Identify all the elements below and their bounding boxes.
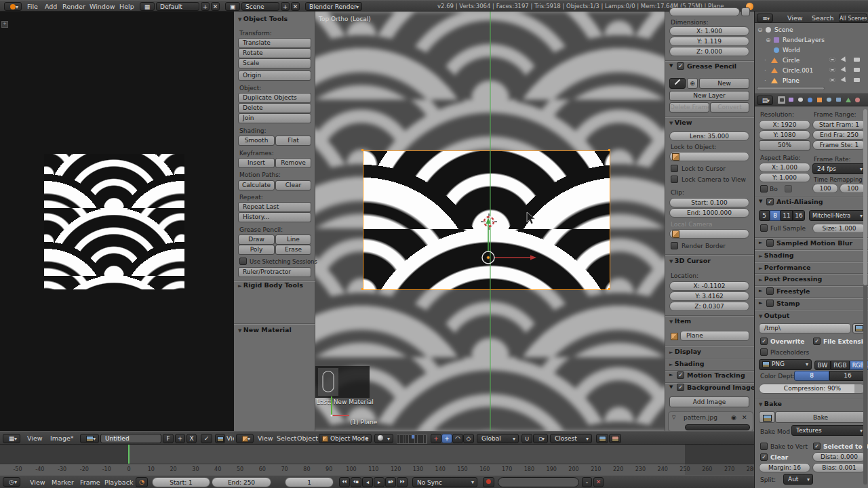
outliner-editor-icon[interactable]: ≡ <box>757 14 773 22</box>
mode-select[interactable]: Object Mode <box>319 434 372 443</box>
frame-end-field[interactable]: End: 250 <box>212 477 271 487</box>
remap-new-field[interactable]: 100 <box>840 184 866 193</box>
outliner-row-renderlayers[interactable]: ⊕ RenderLayers <box>755 35 868 45</box>
aa-title[interactable]: Anti-Aliasing <box>776 198 823 205</box>
keying-set-field[interactable] <box>498 477 579 487</box>
properties-vscrollbar[interactable] <box>863 109 867 485</box>
pin-button[interactable]: ✓ <box>201 434 212 443</box>
post-processing-section[interactable]: Post Processing <box>759 275 822 283</box>
renderability-camera-icon[interactable] <box>854 58 860 62</box>
depth-8-button[interactable]: 8 <box>794 371 829 381</box>
image-menu-image[interactable]: Image* <box>50 432 74 444</box>
motion-blur-checkbox[interactable] <box>766 239 774 247</box>
visibility-eye-icon[interactable] <box>829 58 835 62</box>
placeholders-checkbox[interactable] <box>760 348 768 356</box>
tab-scene[interactable] <box>796 96 805 104</box>
manipulator-translate-button[interactable]: + <box>441 434 452 443</box>
viewport-editor-icon[interactable] <box>236 434 254 443</box>
menu-file[interactable]: File <box>27 1 38 12</box>
bake-section-title[interactable]: Bake <box>759 400 782 407</box>
viewport-menu-view[interactable]: View <box>258 432 273 444</box>
play-reverse-button[interactable]: ◂ <box>362 477 373 487</box>
overwrite-checkbox[interactable]: ✓ <box>760 338 768 345</box>
outliner-menu-search[interactable]: Search <box>812 12 834 24</box>
aa-size-field[interactable]: Size: 1.000 <box>812 224 866 233</box>
distance-field[interactable]: Dista: 0.000 <box>812 452 866 462</box>
full-sample-checkbox[interactable] <box>760 224 768 232</box>
bias-field[interactable]: Bias: 0.001 <box>812 463 866 472</box>
prev-keyframe-button[interactable]: ⏴▪ <box>351 477 361 487</box>
playhead[interactable] <box>128 445 130 464</box>
snap-element-select[interactable]: ▫ <box>533 434 548 443</box>
outliner-menu-view[interactable]: View <box>787 12 803 24</box>
menu-add[interactable]: Add <box>45 1 57 12</box>
snap-toggle-button[interactable]: ∪ <box>521 434 532 443</box>
manipulator-rotate-button[interactable]: ◠ <box>452 434 463 443</box>
visibility-eye-icon[interactable] <box>829 78 835 82</box>
viewport-menu-select[interactable]: Select <box>277 432 296 444</box>
depth-16-button[interactable]: 16 <box>829 371 866 381</box>
output-path-field[interactable]: /tmp\ <box>759 323 851 333</box>
outliner-hscrollbar[interactable] <box>757 87 825 90</box>
frame-step-field[interactable]: Frame Ste: 1 <box>812 140 866 150</box>
fps-select[interactable]: 24 fps <box>812 163 866 174</box>
timeline-editor-icon[interactable]: ◷ <box>3 477 20 487</box>
outliner-row-world[interactable]: World <box>755 45 868 55</box>
frame-end-field[interactable]: End Fra: 250 <box>812 130 866 140</box>
layers-widget[interactable] <box>397 434 427 444</box>
channels-rgb-button[interactable]: RGB <box>831 361 850 370</box>
image-editor-canvas[interactable]: + <box>0 12 235 431</box>
motion-blur-arrow[interactable]: ► <box>759 240 762 245</box>
clipped-image-icon[interactable] <box>215 434 225 443</box>
visibility-eye-icon[interactable] <box>829 68 835 72</box>
sync-select[interactable]: No Sync <box>412 477 477 487</box>
channels-bw-button[interactable]: BW <box>814 361 831 370</box>
manipulator-scale-button[interactable]: ◇ <box>463 434 474 443</box>
res-x-field[interactable]: X: 1920 <box>759 120 810 129</box>
record-button[interactable] <box>483 477 494 487</box>
fake-user-button[interactable]: F <box>163 434 174 443</box>
outliner-row-circle[interactable]: · Circle <box>755 56 868 65</box>
aspect-y-field[interactable]: Y: 1.000 <box>759 173 810 182</box>
sel-to-active-checkbox[interactable]: ✓ <box>813 443 821 450</box>
keying-remove-button[interactable]: ✕ <box>593 477 604 487</box>
next-keyframe-button[interactable]: ▪⏵ <box>385 477 396 487</box>
scene-icon[interactable]: ▣ <box>225 2 240 11</box>
shading-section[interactable]: Shading <box>759 251 793 259</box>
timeline-track[interactable] <box>0 445 754 464</box>
add-scene-button[interactable]: + <box>281 2 290 11</box>
crop-checkbox[interactable] <box>785 185 792 192</box>
snap-target-select[interactable]: Closest <box>550 434 592 443</box>
tab-render-layers[interactable] <box>787 96 795 104</box>
aa-samples-16[interactable]: 16 <box>793 210 805 221</box>
timeline-menu-playback[interactable]: Playback <box>104 476 133 488</box>
tab-world[interactable] <box>806 96 814 104</box>
menu-window[interactable]: Window <box>90 1 115 12</box>
timeline-menu-marker[interactable]: Marker <box>52 476 74 488</box>
aa-samples-8[interactable]: 8 <box>770 210 781 221</box>
image-menu-view[interactable]: View <box>27 432 43 444</box>
aa-checkbox[interactable]: ✓ <box>766 198 774 205</box>
tab-render[interactable] <box>777 96 786 104</box>
viewport-menu-object[interactable]: Object <box>297 432 318 444</box>
outliner-row-scene[interactable]: ⊖ Scene <box>755 25 868 35</box>
blender-menu-icon[interactable] <box>4 2 22 11</box>
scene-field[interactable]: Scene <box>241 2 279 11</box>
format-select[interactable]: PNG <box>759 359 812 370</box>
manipulator-toggle-button[interactable]: + <box>431 434 441 443</box>
new-image-button[interactable]: + <box>175 434 185 443</box>
delete-scene-button[interactable]: ✕ <box>291 2 300 11</box>
selectability-cursor-icon[interactable] <box>841 77 848 83</box>
compression-slider[interactable]: Compression: 90% <box>759 384 866 394</box>
freestyle-title[interactable]: Freestyle <box>776 287 810 295</box>
jump-to-end-button[interactable]: ⏵⏵ <box>397 477 408 487</box>
freestyle-arrow[interactable]: ► <box>759 288 762 293</box>
remap-old-field[interactable]: 100 <box>812 184 838 193</box>
keying-add-button[interactable]: ⌄ <box>582 477 592 487</box>
timeline-menu-view[interactable]: View <box>30 476 45 488</box>
menu-help[interactable]: Help <box>119 1 134 12</box>
image-name-field[interactable]: Untitled <box>100 434 161 443</box>
renderability-camera-icon[interactable] <box>854 68 860 72</box>
jump-to-start-button[interactable]: ⏴⏴ <box>339 477 350 487</box>
freestyle-checkbox[interactable] <box>766 287 774 295</box>
